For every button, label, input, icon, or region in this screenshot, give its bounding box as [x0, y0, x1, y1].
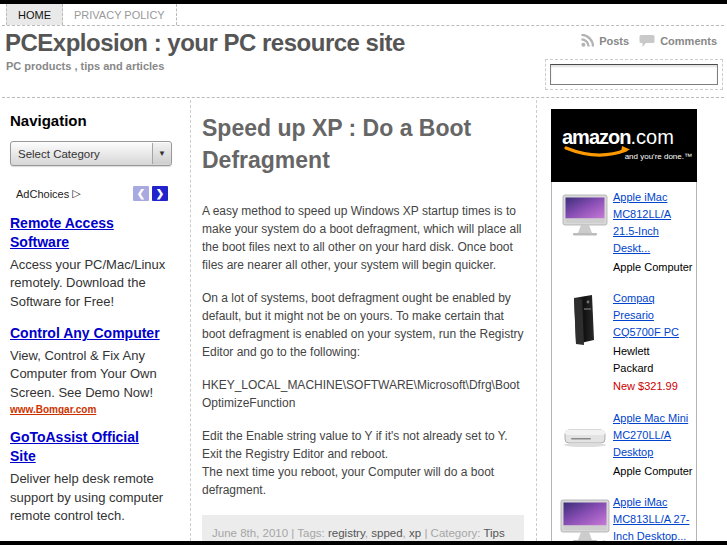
adchoices-link[interactable]: AdChoices ▷	[16, 187, 81, 200]
post-paragraph: A easy method to speed up Windows XP sta…	[202, 202, 524, 274]
product-maker: Apple Computer	[613, 259, 693, 276]
ad-body-text: Deliver help desk remote support by usin…	[10, 470, 168, 525]
product-info: Apple iMac MC812LL/A 21.5-Inch Deskt... …	[613, 189, 693, 276]
site-header: PCExplosion : your PC resource site PC p…	[2, 26, 724, 98]
post-date: June 8th, 2010	[212, 527, 288, 539]
posts-feed-link[interactable]: Posts	[580, 34, 629, 48]
product-image-tower[interactable]	[556, 290, 613, 395]
tab-privacy-policy[interactable]: PRIVACY POLICY	[63, 4, 177, 25]
product-maker: Apple Computer	[613, 463, 693, 480]
meta-comma: ,	[403, 527, 406, 539]
amazon-tagline: and you're done.™	[625, 152, 692, 161]
meta-comma: ,	[365, 527, 368, 539]
comments-feed-link[interactable]: Comments	[639, 34, 717, 48]
post-paragraph: On a lot of systems, boot defragment oug…	[202, 289, 524, 361]
product-title-link[interactable]: Apple Mac Mini MC270LL/A Desktop	[613, 412, 688, 458]
comment-bubble-icon	[639, 34, 655, 48]
registry-path-text: HKEY_LOCAL_MACHINE\SOFTWARE\Microsoft\Df…	[202, 376, 524, 412]
bottom-border-bar	[0, 541, 727, 545]
product-info: Apple Mac Mini MC270LL/A Desktop Apple C…	[613, 410, 693, 480]
site-title[interactable]: PCExplosion : your PC resource site	[5, 29, 405, 57]
instruction-line: The next time you reboot, your Computer …	[202, 463, 524, 499]
main-content: Speed up XP : Do a Boot Defragment A eas…	[192, 100, 537, 541]
rss-icon	[580, 34, 594, 48]
post-paragraph: Edit the Enable string value to Y if it'…	[202, 427, 524, 499]
ad-item: GoToAssist Official Site Deliver help de…	[10, 428, 168, 525]
amazon-widget-header: amazon.com and you're done.™	[551, 109, 697, 182]
right-sidebar: amazon.com and you're done.™	[538, 100, 724, 541]
adchoices-icon: ▷	[72, 187, 80, 200]
adchoices-label: AdChoices	[16, 188, 69, 200]
product-info: Apple iMac MC813LL/A 27-Inch Desktop... …	[613, 494, 693, 541]
tags-label: Tags:	[297, 527, 325, 539]
product-image-imac[interactable]	[556, 494, 613, 541]
search-box	[545, 59, 723, 90]
product-image-imac[interactable]	[556, 189, 613, 276]
amazon-product-list: Apple iMac MC812LL/A 21.5-Inch Deskt... …	[551, 182, 697, 541]
site-tagline: PC products , tips and articles	[6, 60, 164, 72]
ad-next-button[interactable]: ❯	[152, 186, 168, 201]
ad-title-link[interactable]: GoToAssist Official Site	[10, 428, 168, 466]
category-select[interactable]: Select Category ▼	[10, 141, 172, 166]
product-info: Compaq Presario CQ5700F PC Hewlett Packa…	[613, 290, 693, 395]
ad-display-url[interactable]: www.Bomgar.com	[10, 404, 168, 415]
ad-title-link[interactable]: Control Any Computer	[10, 324, 168, 343]
search-input[interactable]	[550, 64, 718, 85]
ad-pager: ❮ ❯	[130, 186, 168, 201]
ad-title-link[interactable]: Remote Access Software	[10, 214, 168, 252]
product-image-macmini[interactable]	[556, 410, 613, 480]
product-price: New $321.99	[613, 378, 693, 395]
blog-post: Speed up XP : Do a Boot Defragment A eas…	[202, 112, 524, 541]
amazon-product: Apple Mac Mini MC270LL/A Desktop Apple C…	[552, 403, 696, 487]
navigation-heading: Navigation	[10, 112, 190, 129]
meta-separator: |	[424, 527, 427, 539]
amazon-widget: amazon.com and you're done.™	[551, 109, 697, 541]
ad-item: Control Any Computer View, Control & Fix…	[10, 324, 168, 415]
post-meta-box: June 8th, 2010 | Tags: registry, spped, …	[202, 515, 524, 541]
category-label: Category:	[431, 527, 481, 539]
ad-unit: AdChoices ▷ ❮ ❯ Remote Access Software A…	[10, 186, 168, 541]
ad-body-text: Access your PC/Mac/Linux remotely. Downl…	[10, 256, 168, 311]
amazon-product: Apple iMac MC812LL/A 21.5-Inch Deskt... …	[552, 182, 696, 283]
category-select-value: Select Category	[11, 148, 152, 160]
ad-body-text: View, Control & Fix Any Computer from Yo…	[10, 347, 168, 402]
tab-home[interactable]: HOME	[6, 4, 63, 25]
top-tab-bar: HOME PRIVACY POLICY	[2, 4, 724, 26]
product-title-link[interactable]: Compaq Presario CQ5700F PC	[613, 292, 679, 338]
left-sidebar: Navigation Select Category ▼ AdChoices ▷…	[2, 100, 191, 541]
tag-link[interactable]: xp	[409, 527, 421, 539]
instruction-line: Edit the Enable string value to Y if it'…	[202, 427, 524, 445]
tag-link[interactable]: spped	[371, 527, 402, 539]
ad-item: Remote Access Software Access your PC/Ma…	[10, 214, 168, 311]
amazon-product: Apple iMac MC813LL/A 27-Inch Desktop... …	[552, 487, 696, 541]
adchoices-row: AdChoices ▷ ❮ ❯	[10, 186, 168, 201]
ad-prev-button[interactable]: ❮	[133, 186, 149, 201]
feed-links: Posts Comments	[570, 34, 717, 48]
meta-separator: |	[291, 527, 294, 539]
product-maker: Hewlett Packard	[613, 343, 693, 377]
comments-label: Comments	[660, 35, 717, 47]
instruction-line: Exit the Registry Editor and reboot.	[202, 445, 524, 463]
top-border-bar	[0, 0, 727, 4]
chevron-down-icon: ▼	[152, 143, 171, 164]
product-title-link[interactable]: Apple iMac MC813LL/A 27-Inch Desktop...	[613, 496, 689, 541]
amazon-product: Compaq Presario CQ5700F PC Hewlett Packa…	[552, 283, 696, 402]
post-title-link[interactable]: Speed up XP : Do a Boot Defragment	[202, 112, 524, 176]
posts-label: Posts	[599, 35, 629, 47]
tag-link[interactable]: registry	[328, 527, 365, 539]
product-title-link[interactable]: Apple iMac MC812LL/A 21.5-Inch Deskt...	[613, 191, 671, 254]
